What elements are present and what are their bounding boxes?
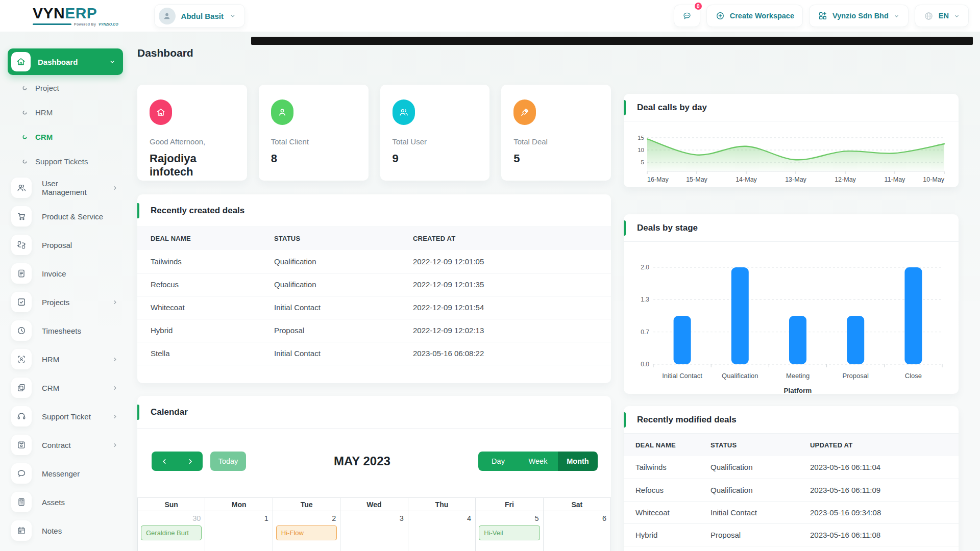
create-workspace-button[interactable]: Create Workspace: [706, 5, 803, 27]
stat-value: 8: [271, 152, 356, 165]
calendar-view-day[interactable]: Day: [478, 452, 518, 471]
table-cell: 2023-05-16 06:11:09: [810, 479, 959, 501]
table-cell: Stella: [137, 342, 274, 365]
sidebar-item-user-management[interactable]: User Management: [8, 173, 132, 202]
table-row[interactable]: TailwindsQualification2023-05-16 06:11:0…: [624, 456, 959, 479]
calendar-event-hi-flow[interactable]: Hi-Flow: [276, 525, 337, 540]
deal-calls-panel: Deal calls by day 1510516-May15-May14-Ma…: [624, 94, 959, 187]
svg-text:Proposal: Proposal: [843, 372, 869, 380]
sidebar-item-assets[interactable]: Assets: [8, 488, 132, 516]
stat-card-good-afternoon: Good Afternoon, Rajodiya infotech: [137, 85, 247, 181]
messenger-icon: [11, 463, 32, 484]
calendar-day-cell[interactable]: 4: [408, 511, 476, 551]
sidebar-item-product-service[interactable]: Product & Service: [8, 202, 132, 231]
weekday-header-sat: Sat: [544, 498, 611, 511]
recently-created-deals-table: DEAL NAMESTATUSCREATED AT TailwindsQuali…: [137, 227, 611, 365]
svg-text:11-May: 11-May: [885, 176, 906, 183]
table-row[interactable]: TailwindsQualification2022-12-09 12:01:0…: [137, 250, 611, 273]
logo-rule: [33, 23, 71, 25]
logo-tagline-brand: VYNZIO.CO: [99, 22, 118, 26]
table-row[interactable]: HybridProposal2022-12-09 12:02:13: [137, 319, 611, 342]
day-number: 4: [411, 513, 472, 525]
home-icon: [150, 99, 172, 125]
chevron-down-icon: [229, 12, 236, 19]
calendar-day-cell[interactable]: 6: [544, 511, 611, 551]
dashboard-submenu: ProjectHRMCRMSupport Tickets: [8, 76, 132, 173]
prev-month-button[interactable]: [161, 458, 168, 465]
user-menu[interactable]: Abdul Basit: [154, 4, 245, 28]
next-month-button[interactable]: [186, 458, 194, 465]
sidebar-item-hrm[interactable]: HRM: [8, 345, 132, 373]
calendar-day-cell[interactable]: 5Hi-Veil: [476, 511, 543, 551]
sidebar-item-projects[interactable]: Projects: [8, 288, 132, 316]
calendar-nav: [152, 452, 203, 471]
sidebar-item-label: Proposal: [42, 241, 132, 249]
calendar-day-cell[interactable]: 3: [340, 511, 408, 551]
user-name: Abdul Basit: [181, 12, 224, 20]
table-cell: 2022-12-09 12:02:13: [413, 319, 611, 342]
sidebar-subitem-support-tickets[interactable]: Support Tickets: [8, 149, 132, 173]
sidebar-subitem-label: Support Tickets: [35, 157, 88, 166]
sidebar-subitem-crm[interactable]: CRM: [8, 124, 132, 149]
sidebar-item-label: Assets: [42, 498, 132, 507]
sidebar-item-notes[interactable]: Notes: [8, 516, 132, 545]
table-row[interactable]: RefocusQualification2022-12-09 12:01:35: [137, 273, 611, 296]
table-cell: Qualification: [274, 273, 413, 296]
stat-label: Total Client: [271, 137, 356, 146]
table-cell: Hybrid: [624, 523, 710, 546]
day-number: 3: [344, 513, 404, 525]
chevron-right-icon: [112, 413, 118, 420]
weekday-header-thu: Thu: [408, 498, 476, 511]
table-cell: Qualification: [710, 456, 810, 479]
dot-circle-icon: [22, 134, 28, 140]
calendar-grid: SunMonTueWedThuFriSat30Geraldine Burt12H…: [137, 497, 611, 551]
weekday-header-wed: Wed: [340, 498, 408, 511]
invoice-icon: [11, 263, 32, 284]
chat-button[interactable]: 0: [674, 5, 700, 27]
svg-text:15-May: 15-May: [686, 176, 707, 183]
sidebar-subitem-project[interactable]: Project: [8, 76, 132, 100]
calendar-view-week[interactable]: Week: [518, 452, 558, 471]
chevron-down-icon: [109, 58, 116, 65]
calendar-day-cell[interactable]: 1: [205, 511, 273, 551]
table-row[interactable]: StellaInitial Contact2023-05-16 06:08:22: [137, 342, 611, 365]
table-row[interactable]: RefocusQualification2023-05-16 06:11:09: [624, 479, 959, 501]
calendar-day-cell[interactable]: 30Geraldine Burt: [138, 511, 205, 551]
language-selector[interactable]: EN: [915, 5, 969, 27]
sidebar-item-contract[interactable]: Contract: [8, 431, 132, 459]
sidebar-menu: User Management Product & Service Propos…: [8, 173, 132, 545]
stat-card-total-client: Total Client 8: [259, 85, 369, 181]
sidebar-item-timesheets[interactable]: Timesheets: [8, 316, 132, 345]
chevron-right-icon: [112, 299, 118, 306]
crm-icon: [11, 378, 32, 398]
sidebar-item-label: Timesheets: [42, 327, 132, 335]
panel-title: Recently created deals: [137, 206, 244, 216]
sidebar-item-proposal[interactable]: Proposal: [8, 231, 132, 259]
table-cell: Qualification: [710, 479, 810, 501]
svg-text:12-May: 12-May: [835, 176, 856, 183]
svg-text:16-May: 16-May: [647, 176, 669, 183]
sidebar-item-messenger[interactable]: Messenger: [8, 459, 132, 488]
logo-tagline: Powered By: [74, 22, 96, 26]
calendar-day-cell[interactable]: 2Hi-Flow: [273, 511, 340, 551]
chevron-right-icon: [112, 356, 118, 363]
day-number: 30: [141, 513, 202, 525]
table-row[interactable]: WhitecoatInitial Contact2022-12-09 12:01…: [137, 296, 611, 319]
sidebar-item-crm[interactable]: CRM: [8, 373, 132, 402]
sidebar-subitem-hrm[interactable]: HRM: [8, 100, 132, 124]
table-body: TailwindsQualification2022-12-09 12:01:0…: [137, 250, 611, 365]
today-button[interactable]: Today: [210, 452, 246, 471]
stat-label: Good Afternoon,: [150, 137, 235, 146]
table-row[interactable]: WhitecoatInitial Contact2023-05-16 09:34…: [624, 501, 959, 523]
svg-text:Platform: Platform: [784, 387, 812, 393]
workspace-selector[interactable]: Vynzio Sdn Bhd: [809, 5, 909, 27]
table-row[interactable]: HybridProposal2023-05-16 06:11:08: [624, 523, 959, 546]
calendar-event-hi-veil[interactable]: Hi-Veil: [479, 525, 540, 540]
sidebar-item-invoice[interactable]: Invoice: [8, 259, 132, 288]
sidebar-item-dashboard[interactable]: Dashboard: [8, 48, 123, 75]
sidebar-item-support-ticket[interactable]: Support Ticket: [8, 402, 132, 431]
calendar-view-month[interactable]: Month: [558, 452, 598, 471]
right-column: Deal calls by day 1510516-May15-May14-Ma…: [624, 32, 959, 551]
calendar-event-geraldine-burt[interactable]: Geraldine Burt: [141, 525, 202, 540]
sidebar-item-label: Dashboard: [38, 58, 102, 66]
